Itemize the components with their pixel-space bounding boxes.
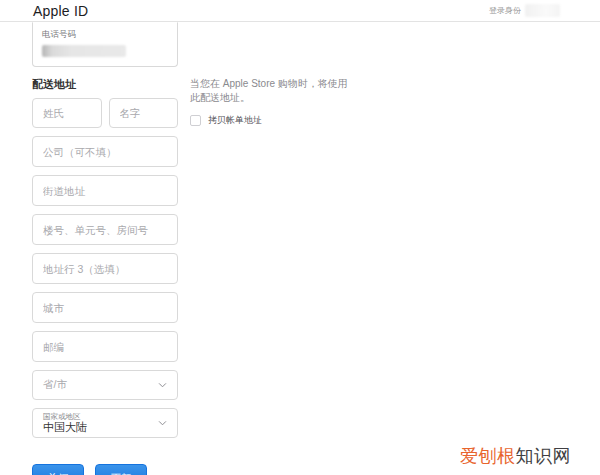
- address-line3-input[interactable]: [32, 253, 178, 284]
- province-select-placeholder: 省/市: [43, 378, 67, 392]
- form-actions: 关闭 更新: [32, 464, 147, 475]
- phone-number-label: 电话号码: [42, 29, 168, 41]
- page-title: Apple ID: [33, 3, 88, 19]
- close-button[interactable]: 关闭: [32, 464, 84, 475]
- apple-id-page: Apple ID 登录身份 电话号码 配送地址 当您在 Apple Store …: [0, 0, 600, 475]
- shipping-info-column: 当您在 Apple Store 购物时，将使用此配送地址。 拷贝帐单地址: [190, 77, 350, 127]
- login-identity-redacted-value: [525, 4, 560, 17]
- building-unit-room-input[interactable]: [32, 214, 178, 245]
- copy-billing-address-row[interactable]: 拷贝帐单地址: [190, 114, 350, 127]
- chevron-down-icon: [158, 419, 167, 428]
- login-identity: 登录身份: [489, 4, 560, 17]
- shipping-address-form: 省/市 国家或地区 中国大陆: [32, 98, 178, 438]
- country-region-label: 国家或地区: [43, 413, 81, 421]
- postal-code-input[interactable]: [32, 331, 178, 362]
- name-row: [32, 98, 178, 128]
- city-input[interactable]: [32, 292, 178, 323]
- last-name-input[interactable]: [32, 98, 102, 128]
- street-address-input[interactable]: [32, 175, 178, 206]
- copy-billing-address-label: 拷贝帐单地址: [208, 114, 262, 127]
- copy-billing-address-checkbox[interactable]: [190, 115, 201, 126]
- top-bar: Apple ID 登录身份: [0, 0, 600, 22]
- province-select[interactable]: 省/市: [32, 370, 178, 400]
- shipping-address-section-title: 配送地址: [32, 77, 76, 92]
- site-watermark: 爱刨根知识网: [460, 444, 571, 468]
- shipping-usage-note: 当您在 Apple Store 购物时，将使用此配送地址。: [190, 77, 350, 105]
- phone-number-redacted-value: [42, 45, 126, 57]
- phone-number-field[interactable]: 电话号码: [32, 22, 178, 67]
- country-region-select[interactable]: 国家或地区 中国大陆: [32, 408, 178, 438]
- site-watermark-highlight: 爱刨根: [460, 446, 516, 466]
- login-identity-label: 登录身份: [489, 5, 521, 16]
- site-watermark-rest: 知识网: [516, 446, 572, 466]
- first-name-input[interactable]: [109, 98, 179, 128]
- company-input[interactable]: [32, 136, 178, 167]
- chevron-down-icon: [158, 381, 167, 390]
- update-button[interactable]: 更新: [95, 464, 147, 475]
- country-region-value: 中国大陆: [43, 422, 87, 433]
